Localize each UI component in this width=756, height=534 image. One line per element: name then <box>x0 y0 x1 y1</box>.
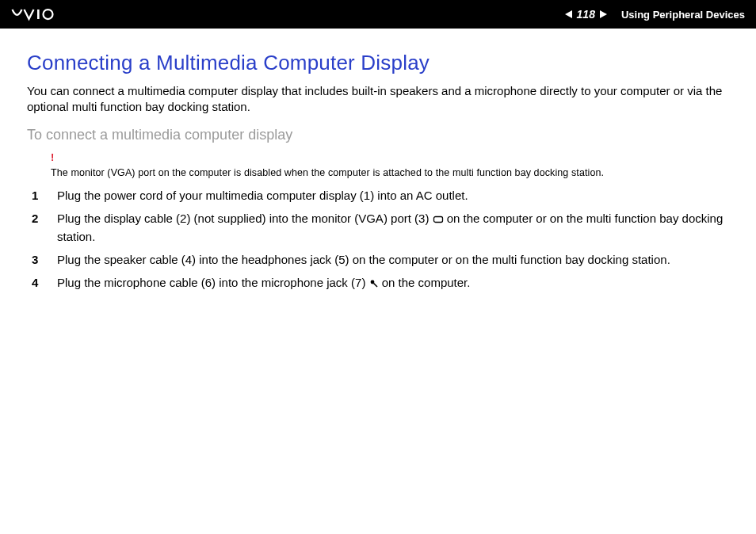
step-text: Plug the power cord of your multimedia c… <box>57 189 468 202</box>
warning-icon: ! <box>51 151 729 163</box>
step-item: Plug the power cord of your multimedia c… <box>27 187 729 204</box>
svg-rect-2 <box>433 216 442 222</box>
page-title: Connecting a Multimedia Computer Display <box>27 51 729 75</box>
step-text-post: on the computer. <box>379 276 471 289</box>
warning-text: The monitor (VGA) port on the computer i… <box>51 167 604 178</box>
section-title: Using Peripheral Devices <box>621 9 745 21</box>
step-item: Plug the display cable (2) (not supplied… <box>27 210 729 245</box>
step-text: Plug the microphone cable (6) into the m… <box>57 276 369 289</box>
sub-heading: To connect a multimedia computer display <box>27 127 729 143</box>
step-item: Plug the speaker cable (4) into the head… <box>27 251 729 268</box>
svg-line-4 <box>373 283 377 287</box>
step-text: Plug the display cable (2) (not supplied… <box>57 212 433 225</box>
steps-list: Plug the power cord of your multimedia c… <box>27 187 729 292</box>
page-number: 118 <box>577 8 595 21</box>
vga-port-icon <box>433 212 444 228</box>
microphone-icon <box>369 276 379 292</box>
next-page-icon[interactable] <box>600 10 607 18</box>
step-item: Plug the microphone cable (6) into the m… <box>27 274 729 292</box>
page-content: Connecting a Multimedia Computer Display… <box>0 29 756 292</box>
vaio-logo <box>11 7 82 21</box>
warning-block: ! The monitor (VGA) port on the computer… <box>51 151 729 179</box>
header-nav: 118 Using Peripheral Devices <box>565 8 745 21</box>
svg-point-1 <box>44 10 53 19</box>
step-text: Plug the speaker cable (4) into the head… <box>57 253 670 266</box>
header-bar: 118 Using Peripheral Devices <box>0 0 756 29</box>
intro-text: You can connect a multimedia computer di… <box>27 83 729 116</box>
prev-page-icon[interactable] <box>565 10 572 18</box>
svg-rect-0 <box>37 10 40 19</box>
